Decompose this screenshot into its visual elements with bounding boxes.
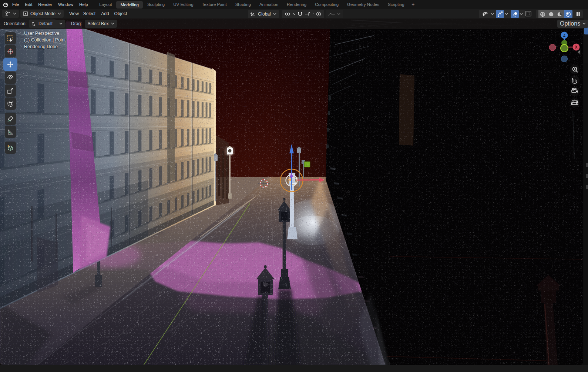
svg-text:Z: Z bbox=[563, 33, 565, 37]
svg-text:X: X bbox=[575, 45, 578, 49]
